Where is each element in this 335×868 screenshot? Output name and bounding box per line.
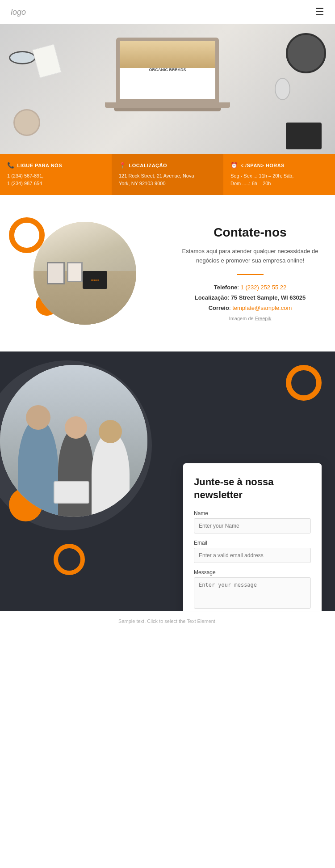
contact-description: Estamos aqui para atender qualquer neces… [179, 247, 322, 266]
mouse-decoration [275, 78, 290, 100]
info-card-location: 📍 LOCALIZAÇÃO 121 Rock Street, 21 Avenue… [112, 154, 223, 195]
message-label: Message [194, 569, 311, 576]
footer: Sample text. Click to select the Text El… [0, 611, 335, 631]
email-field-group: Email [194, 540, 311, 563]
info-card-phone-text: 1 (234) 567-891, 1 (234) 987-654 [7, 172, 105, 187]
laptop-decoration: ORGANIC BREADS [105, 38, 230, 123]
phone-icon: 📞 [7, 162, 15, 169]
person-1 [18, 419, 58, 517]
message-field-group: Message [194, 569, 311, 610]
email-input[interactable] [194, 548, 311, 563]
location-icon: 📍 [119, 162, 126, 169]
info-card-hours: ⏰ < /SPAN> HORAS Seg - Sex ..: 11h – 20h… [223, 154, 335, 195]
newsletter-card: Junte-se à nossa newsletter Name Email M… [183, 463, 322, 611]
newsletter-section: Junte-se à nossa newsletter Name Email M… [0, 351, 335, 611]
contact-email-detail: Correio: template@sample.com [179, 305, 322, 311]
coffee-cup-decoration [13, 109, 40, 136]
name-label: Name [194, 510, 311, 517]
contact-right-panel: Contate-nos Estamos aqui para atender qu… [170, 225, 322, 322]
info-card-phone-title: 📞 LIGUE PARA NÓS [7, 162, 105, 169]
people-photo [0, 365, 147, 517]
name-field-group: Name [194, 510, 311, 534]
hero-section: ORGANIC BREADS [0, 24, 335, 154]
laptop-bottom [114, 108, 221, 111]
tablet-decoration [286, 123, 322, 149]
contact-email-link[interactable]: template@sample.com [232, 305, 292, 311]
person-1-head [26, 405, 50, 430]
contact-freepik-link[interactable]: Freepik [255, 316, 272, 321]
contact-location-detail: Localização: 75 Street Sample, WI 63025 [179, 294, 322, 301]
info-card-location-text: 121 Rock Street, 21 Avenue, Nova York, N… [119, 172, 216, 187]
contact-photo-inner: GRILLED [34, 222, 136, 325]
info-cards-row: 📞 LIGUE PARA NÓS 1 (234) 567-891, 1 (234… [0, 154, 335, 195]
food-image [120, 41, 215, 68]
person-2 [58, 428, 94, 517]
person-3 [92, 432, 130, 517]
frame-2 [67, 262, 83, 282]
contact-title: Contate-nos [179, 225, 322, 240]
laptop-screen: ORGANIC BREADS [116, 38, 219, 102]
laptop-small-photo [54, 481, 89, 504]
contact-phone-detail: Telefone: 1 (232) 252 55 22 [179, 284, 322, 291]
glasses-decoration [9, 51, 36, 64]
hamburger-menu-icon[interactable]: ☰ [315, 6, 324, 18]
info-card-hours-title: ⏰ < /SPAN> HORAS [230, 162, 328, 169]
info-card-phone: 📞 LIGUE PARA NÓS 1 (234) 567-891, 1 (234… [0, 154, 112, 195]
small-screen: GRILLED [83, 271, 107, 289]
footer-text: Sample text. Click to select the Text El… [118, 618, 217, 624]
laptop-base [105, 102, 230, 108]
newsletter-title: Junte-se à nossa newsletter [194, 476, 311, 501]
contact-divider [237, 274, 264, 275]
orange-ring-newsletter-bottom [54, 544, 85, 575]
contact-phone-link[interactable]: 1 (232) 252 55 22 [241, 284, 287, 291]
header: logo ☰ [0, 0, 335, 24]
person-2-head [65, 416, 87, 439]
people-inner [0, 365, 147, 517]
frame-1 [47, 262, 65, 284]
clock-icon: ⏰ [230, 162, 238, 169]
info-card-hours-text: Seg - Sex ..: 11h – 20h; Sáb, Dom .....:… [230, 172, 328, 187]
contact-section: GRILLED Contate-nos Estamos aqui para at… [0, 195, 335, 351]
name-input[interactable] [194, 518, 311, 534]
person-3-head [99, 420, 122, 443]
logo: logo [11, 8, 26, 17]
contact-photo: GRILLED [34, 222, 136, 325]
info-card-location-title: 📍 LOCALIZAÇÃO [119, 162, 216, 169]
pan-decoration [286, 33, 326, 73]
orange-ring-newsletter [286, 365, 322, 401]
contact-freepik-credit: Imagem de Freepik [179, 316, 322, 321]
email-label: Email [194, 540, 311, 546]
laptop-screen-text: ORGANIC BREADS [149, 67, 186, 73]
message-textarea[interactable] [194, 577, 311, 609]
contact-left-panel: GRILLED [13, 222, 156, 325]
